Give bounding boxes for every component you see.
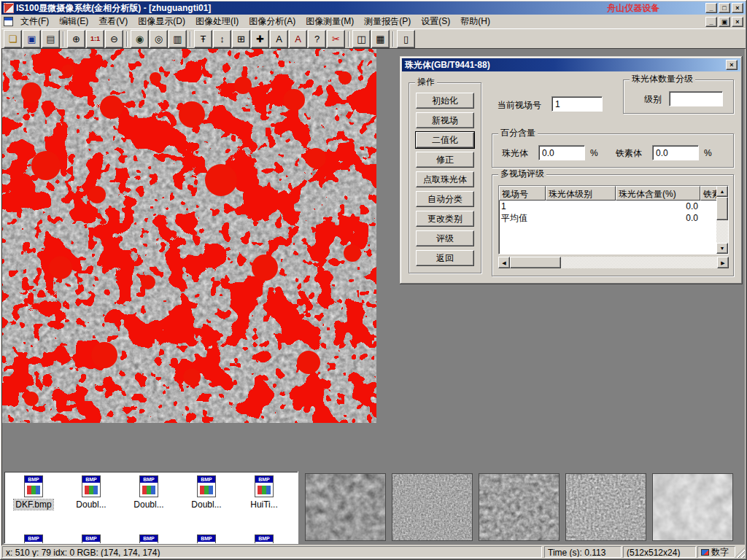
back-button[interactable]: 返回 — [416, 250, 474, 266]
bmp-file-icon[interactable]: BMP — [24, 534, 43, 544]
correct-button[interactable]: 修正 — [416, 152, 474, 168]
maximize-button[interactable]: □ — [719, 3, 730, 13]
video-button[interactable]: ◉ — [131, 30, 149, 48]
close-button[interactable]: × — [732, 3, 743, 13]
scroll-down-button[interactable]: ▼ — [716, 243, 728, 254]
bmp-file-icon: BMP — [24, 475, 43, 497]
ruler-button[interactable]: ▯ — [397, 30, 415, 48]
menu-item-measure-report[interactable]: 测量报告(P) — [359, 14, 416, 29]
file-item[interactable]: BMPDoubl... — [123, 475, 175, 510]
snapshot-button[interactable]: ▥ — [169, 30, 187, 48]
scroll-up-button[interactable]: ▲ — [716, 186, 728, 197]
zoom-out-icon: ⊖ — [110, 34, 118, 44]
change-class-button[interactable]: 更改类别 — [416, 211, 474, 227]
menu-item-edit[interactable]: 编辑(E) — [54, 14, 93, 29]
actual-size-button[interactable]: 1:1 — [86, 30, 104, 48]
vertical-scrollbar[interactable]: ▲ ▼ — [716, 186, 728, 254]
current-field-input[interactable] — [551, 96, 603, 112]
child-restore-button[interactable]: ▣ — [719, 17, 730, 27]
menu-item-image-process[interactable]: 图像处理(I) — [190, 14, 244, 29]
file-item[interactable]: BMPDoubl... — [65, 475, 117, 510]
bmp-icon-label: BMP — [140, 476, 158, 483]
horizontal-scrollbar[interactable]: ◀ ▶ — [498, 257, 729, 268]
ruler-icon: ▯ — [403, 34, 409, 44]
bmp-file-icon[interactable]: BMP — [255, 534, 274, 544]
minimize-button[interactable]: _ — [705, 3, 717, 13]
bmp-icon-label: BMP — [82, 476, 100, 483]
vertical-scroll-thumb[interactable] — [716, 197, 728, 220]
menu-item-image-analysis[interactable]: 图像分析(A) — [244, 14, 301, 29]
resize-grip[interactable] — [735, 548, 745, 558]
app-icon[interactable] — [4, 3, 14, 13]
pick-pearlite-button[interactable]: 点取珠光体 — [416, 171, 474, 187]
zoom-in-icon: ⊕ — [72, 34, 80, 44]
caliper-button[interactable]: Ŧ — [194, 30, 212, 48]
menu-item-settings[interactable]: 设置(S) — [416, 14, 455, 29]
micrograph-image[interactable] — [2, 49, 376, 423]
menu-item-image-display[interactable]: 图像显示(D) — [133, 14, 190, 29]
table-row[interactable]: 10.0 — [499, 201, 728, 212]
new-field-button[interactable]: 新视场 — [416, 112, 474, 128]
multifield-table: 视场号珠光体级别珠光体含量(%)铁素 10.0平均值0.0 ▲ ▼ — [498, 185, 729, 254]
bmp-file-icon[interactable]: BMP — [139, 534, 158, 544]
overlay-button[interactable]: ◫ — [352, 30, 371, 48]
thumbnail-2[interactable] — [392, 473, 473, 541]
file-item[interactable]: BMPHuiTi... — [238, 475, 290, 510]
distance-button[interactable]: ↕ — [213, 30, 231, 48]
multifield-group-label: 多视场评级 — [498, 169, 546, 179]
menu-item-view[interactable]: 查看(V) — [93, 14, 133, 29]
grid-button[interactable]: ▦ — [371, 30, 390, 48]
scroll-left-button[interactable]: ◀ — [498, 257, 510, 268]
bmp-file-icon[interactable]: BMP — [82, 534, 101, 544]
zoom-in-button[interactable]: ⊕ — [67, 30, 85, 48]
printer-icon: ▤ — [46, 34, 55, 44]
help-button[interactable]: ? — [308, 30, 326, 48]
toolbar-separator — [190, 31, 191, 47]
file-item[interactable]: BMPDoubl... — [180, 475, 233, 510]
pearlite-unit: % — [590, 148, 598, 158]
ferrite-percent-input[interactable] — [652, 145, 699, 160]
cell-field: 1 — [499, 201, 546, 212]
thumbnail-1[interactable] — [305, 473, 386, 541]
crosshair-button[interactable]: ✚ — [251, 30, 269, 48]
font-button[interactable]: A — [289, 30, 307, 48]
capture-button[interactable]: ◎ — [150, 30, 168, 48]
thumbnail-4[interactable] — [565, 473, 646, 541]
menu-item-help[interactable]: 帮助(H) — [455, 14, 495, 29]
help-icon: ? — [314, 34, 320, 44]
zoom-out-button[interactable]: ⊖ — [105, 30, 123, 48]
thumbnail-5[interactable] — [652, 473, 733, 541]
file-item[interactable]: BMPDKF.bmp — [7, 475, 60, 510]
image-size-status: (512x512x24) — [623, 546, 696, 558]
operation-buttons: 初始化新视场二值化修正点取珠光体自动分类更改类别评级返回 — [409, 93, 481, 270]
pearlite-percent-input[interactable] — [538, 145, 585, 160]
file-name: Doubl... — [74, 499, 107, 510]
time-status: Time (s): 0.113 — [544, 546, 622, 558]
open-button[interactable]: ❏ — [4, 30, 22, 48]
menu-bar: 文件(F)编辑(E)查看(V)图像显示(D)图像处理(I)图像分析(A)图像测量… — [1, 15, 746, 28]
grade-button[interactable]: 评级 — [416, 230, 474, 246]
dialog-close-button[interactable]: × — [726, 60, 738, 70]
text-button[interactable]: A — [270, 30, 288, 48]
caliper-icon: Ŧ — [201, 34, 206, 44]
scroll-right-button[interactable]: ▶ — [717, 257, 729, 268]
init-button[interactable]: 初始化 — [416, 93, 474, 109]
thumbnail-3[interactable] — [479, 473, 560, 541]
table-header: 视场号珠光体级别珠光体含量(%)铁素 — [499, 186, 728, 201]
table-button[interactable]: ⊞ — [232, 30, 250, 48]
auto-classify-button[interactable]: 自动分类 — [416, 191, 474, 207]
cut-button[interactable]: ✂ — [327, 30, 345, 48]
binarize-button[interactable]: 二值化 — [416, 132, 474, 148]
menu-item-image-measure[interactable]: 图像测量(M) — [301, 14, 359, 29]
horizontal-scroll-thumb[interactable] — [510, 257, 561, 268]
table-row[interactable]: 平均值0.0 — [499, 212, 728, 224]
child-minimize-button[interactable]: _ — [705, 17, 717, 27]
tool-bar: ❏▣▤⊕1:1⊖◉◎▥Ŧ↕⊞✚AA?✂◫▦▯ — [1, 28, 746, 48]
bmp-file-icon[interactable]: BMP — [197, 534, 216, 544]
child-close-button[interactable]: × — [732, 17, 743, 27]
menu-item-file[interactable]: 文件(F) — [15, 14, 54, 29]
grade-input[interactable] — [669, 91, 723, 106]
save-button[interactable]: ▣ — [23, 30, 41, 48]
print-button[interactable]: ▤ — [42, 30, 60, 48]
child-window-icon[interactable] — [4, 17, 13, 26]
